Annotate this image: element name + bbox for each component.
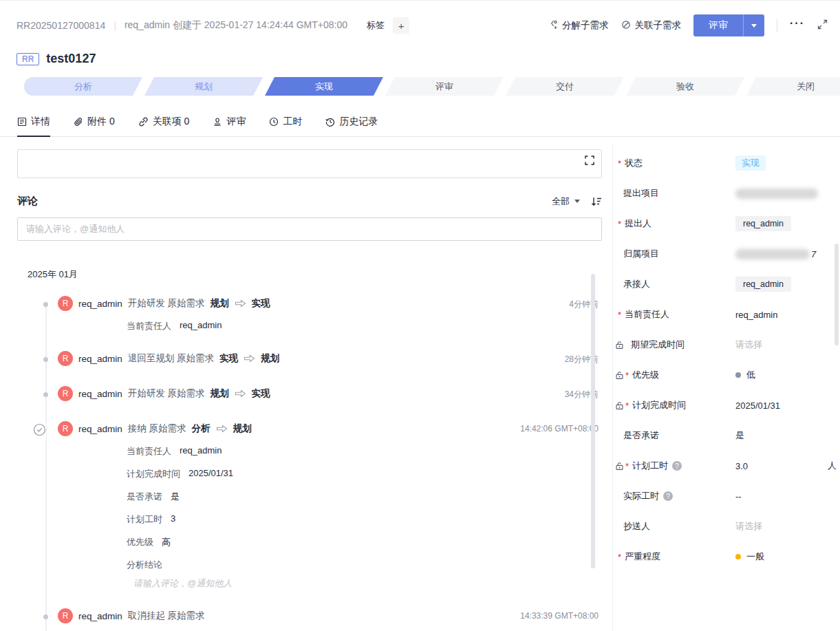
stage-4[interactable]: 评审 <box>385 77 504 96</box>
detail-value: 2025/01/31 <box>189 468 233 480</box>
field-value[interactable]: req_admin <box>735 310 777 320</box>
required-asterisk: * <box>625 370 630 381</box>
timeline-detail-row: 优先级高 <box>127 536 609 548</box>
tab-label: 关联项 0 <box>153 116 190 128</box>
tab-2[interactable]: 附件 0 <box>74 116 115 136</box>
timeline-list: Rreq_admin开始研发 原始需求规划实现4分钟前当前责任人req_admi… <box>17 296 609 631</box>
required-asterisk: * <box>625 400 630 411</box>
field-label: 是否承诺 <box>623 429 659 442</box>
text-value: 3.0 <box>735 461 748 471</box>
stage-2[interactable]: 规划 <box>144 77 263 96</box>
field-value[interactable]: 2025/01/31 <box>735 400 780 411</box>
select-placeholder: 请选择 <box>735 339 762 351</box>
review-button[interactable]: 评审 <box>693 14 743 36</box>
description-box[interactable] <box>17 149 602 178</box>
chevron-down-icon <box>574 200 580 203</box>
tab-label: 工时 <box>283 116 302 128</box>
timeline-from-stage: 规划 <box>211 297 229 310</box>
timeline-details: 当前责任人req_admin计划完成时间2025/01/31是否承诺是计划工时3… <box>127 445 609 571</box>
analysis-comment-placeholder[interactable]: 请输入评论，@通知他人 <box>133 577 609 590</box>
sort-order-button[interactable] <box>591 197 602 206</box>
history-icon <box>325 117 335 127</box>
more-actions-button[interactable]: ··· <box>790 17 805 34</box>
comment-input[interactable]: 请输入评论，@通知他人 <box>17 217 602 241</box>
review-split-button: 评审 <box>693 14 764 36</box>
stage-6[interactable]: 验收 <box>626 77 744 96</box>
field-value[interactable]: 实现 <box>735 156 766 171</box>
review-icon <box>213 117 222 127</box>
field-value[interactable]: req_admin <box>735 277 791 292</box>
fullscreen-expand-icon[interactable] <box>817 19 828 32</box>
dot-value: 低 <box>746 369 755 381</box>
timeline-user: req_admin <box>78 611 122 621</box>
tab-1[interactable]: 详情 <box>17 116 50 136</box>
review-dropdown-button[interactable] <box>743 14 764 36</box>
comments-filter-dropdown[interactable]: 全部 <box>552 195 580 208</box>
field-value[interactable]: 是 <box>735 429 744 442</box>
required-asterisk: * <box>618 219 623 229</box>
add-tag-button[interactable]: + <box>393 17 409 34</box>
stage-3[interactable]: 实现 <box>265 77 383 96</box>
tab-5[interactable]: 工时 <box>269 116 302 136</box>
detail-icon <box>17 117 27 127</box>
field-value[interactable]: -- <box>735 491 742 502</box>
created-info: req_admin 创建于 2025-01-27 14:24:44 GMT+08… <box>125 19 347 32</box>
timeline-detail-row: 分析结论 <box>127 559 609 571</box>
help-icon[interactable]: ? <box>663 491 673 501</box>
split-requirement-button[interactable]: 分解子需求 <box>548 19 609 32</box>
text-value: req_admin <box>735 310 777 320</box>
timeline-detail-row: 当前责任人req_admin <box>127 320 609 332</box>
field-row-8: *优先级低 <box>613 360 840 390</box>
content-scrollbar[interactable] <box>591 274 595 568</box>
arrow-right-icon <box>235 299 246 308</box>
tab-4[interactable]: 评审 <box>213 116 246 136</box>
lock-icon <box>615 371 624 380</box>
stage-label: 评审 <box>435 81 453 93</box>
text-value: 是 <box>735 429 744 442</box>
page-scrollbar[interactable] <box>834 244 839 345</box>
arrow-right-icon <box>244 354 255 363</box>
detail-value: 是 <box>171 491 180 503</box>
link-requirement-button[interactable]: 关联子需求 <box>621 19 682 32</box>
field-value[interactable]: req_admin <box>735 216 791 231</box>
expand-description-icon[interactable] <box>585 156 594 168</box>
detail-label: 优先级 <box>127 536 153 548</box>
field-value[interactable]: 请选择 <box>735 520 762 533</box>
timeline-timestamp: 14:33:39 GMT+08:00 <box>520 611 599 621</box>
attachment-icon <box>74 117 83 127</box>
detail-label: 分析结论 <box>127 559 162 571</box>
field-value[interactable]: 请选择 <box>735 339 762 351</box>
timeline-to-stage: 规划 <box>233 423 252 435</box>
tab-3[interactable]: 关联项 0 <box>138 116 190 136</box>
stage-5[interactable]: 交付 <box>506 77 624 96</box>
stage-7[interactable]: 关闭 <box>746 77 840 96</box>
lock-icon <box>615 341 624 350</box>
check-circle-icon <box>33 422 46 440</box>
field-row-6: *当前责任人req_admin <box>613 299 840 330</box>
header: RR20250127000814 | req_admin 创建于 2025-01… <box>0 1 840 36</box>
tab-bar: 详情附件 0关联项 0评审工时历史记录 <box>0 111 840 137</box>
text-value: 2025/01/31 <box>735 400 780 411</box>
link-icon <box>621 20 631 32</box>
timeline-user: req_admin <box>78 354 122 364</box>
field-value[interactable]: 低 <box>735 369 755 381</box>
stage-label: 规划 <box>195 81 213 93</box>
field-value[interactable]: 7 <box>735 249 816 259</box>
status-dot <box>735 554 741 559</box>
avatar: R <box>58 421 73 436</box>
field-value[interactable]: 一般 <box>735 550 764 563</box>
timeline-bullet <box>43 302 48 307</box>
tab-6[interactable]: 历史记录 <box>325 116 378 136</box>
stage-1[interactable]: 分析 <box>24 77 142 96</box>
field-value[interactable] <box>735 189 818 199</box>
detail-value: 3 <box>171 513 175 526</box>
requirement-detail-page: RR20250127000814 | req_admin 创建于 2025-01… <box>0 0 840 631</box>
properties-sidebar: *状态实现提出项目*提出人req_admin归属项目7承接人req_admin*… <box>612 145 840 631</box>
field-row-4: 归属项目7 <box>613 239 840 269</box>
help-icon[interactable]: ? <box>672 461 682 471</box>
status-dot <box>735 372 741 378</box>
stage-label: 关闭 <box>797 81 815 93</box>
field-label: 期望完成时间 <box>631 339 685 351</box>
lock-icon <box>615 401 624 410</box>
field-value[interactable]: 3.0 <box>735 461 748 471</box>
